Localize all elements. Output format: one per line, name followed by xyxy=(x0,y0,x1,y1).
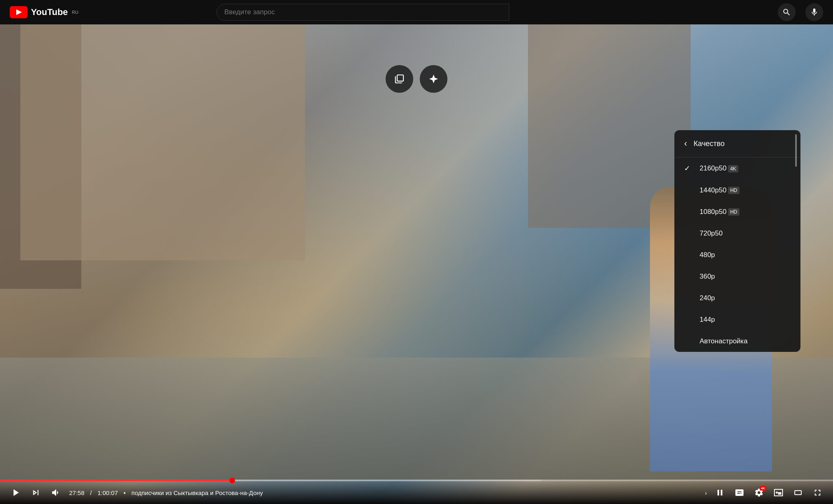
youtube-logo-icon xyxy=(10,6,28,18)
quality-label-2160p: 2160p504K xyxy=(700,164,791,172)
header: YouTubeRU xyxy=(0,0,833,24)
quality-badge-4k: 4K xyxy=(728,165,738,172)
quality-badge-hd1: HD xyxy=(728,187,739,194)
total-time: 1:00:07 xyxy=(98,489,118,496)
scrollbar-thumb xyxy=(795,134,797,167)
quality-menu-header[interactable]: ‹ Качество xyxy=(674,130,800,157)
search-button[interactable] xyxy=(778,3,796,21)
sparkle-button[interactable] xyxy=(420,65,447,93)
chapter-arrow-icon[interactable]: › xyxy=(705,489,707,496)
dot-separator: • xyxy=(124,489,126,496)
play-button[interactable] xyxy=(8,485,23,500)
skip-next-button[interactable] xyxy=(28,485,43,500)
quality-item-480p[interactable]: 480p xyxy=(674,244,800,266)
quality-item-2160p[interactable]: ✓ 2160p504K xyxy=(674,157,800,179)
quality-label-auto: Автонастройка xyxy=(700,337,791,345)
quality-label-240p: 240p xyxy=(700,294,791,302)
current-time: 27:58 xyxy=(69,489,85,496)
subtitles-button[interactable] xyxy=(732,485,747,500)
building-center xyxy=(20,24,305,260)
back-arrow-icon[interactable]: ‹ xyxy=(684,138,687,149)
controls-bar: 27:58 / 1:00:07 • подписчики из Сыктывка… xyxy=(0,481,833,504)
quality-label-360p: 360p xyxy=(700,273,791,281)
logo-area[interactable]: YouTubeRU xyxy=(10,6,79,18)
settings-button[interactable]: 4K xyxy=(752,485,766,500)
quality-item-720p[interactable]: 720p50 xyxy=(674,223,800,244)
microphone-button[interactable] xyxy=(805,3,823,21)
quality-label-1440p: 1440p50HD xyxy=(700,186,791,194)
quality-item-1440p[interactable]: 1440p50HD xyxy=(674,179,800,201)
logo-text: YouTube xyxy=(31,7,68,17)
quality-label-144p: 144p xyxy=(700,316,791,324)
quality-label-480p: 480p xyxy=(700,251,791,259)
quality-label-720p: 720p50 xyxy=(700,229,791,238)
badge-4k: 4K xyxy=(760,486,766,491)
quality-menu: ‹ Качество ✓ 2160p504K 1440p50HD 1080p50… xyxy=(674,130,800,352)
float-buttons xyxy=(386,65,447,93)
quality-badge-hd2: HD xyxy=(728,208,739,216)
right-controls: 4K xyxy=(713,485,825,500)
quality-label-1080p: 1080p50HD xyxy=(700,208,791,216)
header-icons xyxy=(778,3,823,21)
logo-ru: RU xyxy=(72,10,79,15)
chapter-text: подписчики из Сыктывкара и Ростова-на-До… xyxy=(131,489,697,496)
quality-item-360p[interactable]: 360p xyxy=(674,266,800,287)
check-icon: ✓ xyxy=(684,164,693,173)
video-player[interactable]: ‹ Качество ✓ 2160p504K 1440p50HD 1080p50… xyxy=(0,24,833,504)
search-input[interactable] xyxy=(224,8,502,16)
quality-item-240p[interactable]: 240p xyxy=(674,287,800,309)
miniplayer-button[interactable] xyxy=(771,485,786,500)
search-bar xyxy=(216,4,509,21)
pause-button[interactable] xyxy=(713,485,727,500)
quality-item-144p[interactable]: 144p xyxy=(674,309,800,330)
scrollbar[interactable] xyxy=(795,130,797,352)
quality-item-auto[interactable]: Автонастройка xyxy=(674,330,800,352)
theater-mode-button[interactable] xyxy=(791,485,805,500)
clip-button[interactable] xyxy=(386,65,413,93)
time-separator: / xyxy=(90,489,92,496)
quality-item-1080p[interactable]: 1080p50HD xyxy=(674,201,800,223)
fullscreen-button[interactable] xyxy=(810,485,825,500)
search-input-wrapper[interactable] xyxy=(216,4,509,21)
quality-menu-title: Качество xyxy=(693,140,724,148)
check-icon-empty xyxy=(684,186,693,194)
volume-button[interactable] xyxy=(49,485,63,500)
